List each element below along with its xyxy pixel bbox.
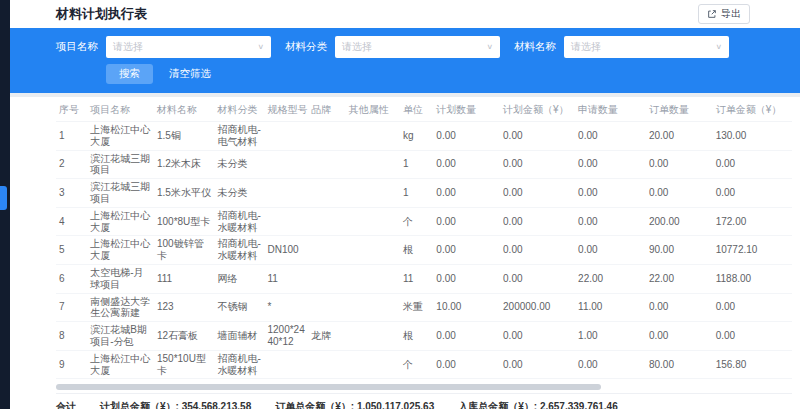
table-cell: 200000.00 — [500, 293, 575, 322]
table-cell: 80.00 — [646, 350, 713, 379]
table-card: 序号项目名称材料名称材料分类规格型号品牌其他属性单位计划数量计划金额（¥）申请数… — [10, 97, 800, 409]
table-cell: 未分类 — [214, 179, 264, 208]
main-area: 材料计划执行表 导出 项目名称 请选择 ∨ — [10, 0, 800, 409]
order-total-group: 订单总金额（¥）: 1,050,117,025.63 — [275, 400, 434, 409]
table-cell: 0.00 — [713, 293, 792, 322]
table-cell: 0.00 — [500, 236, 575, 265]
material-category-label: 材料分类 — [285, 40, 327, 54]
column-header: 材料分类 — [214, 99, 264, 122]
column-header: 申请数量 — [575, 99, 646, 122]
table-cell — [346, 122, 400, 151]
table-cell: 7 — [56, 293, 87, 322]
table-cell: 172.00 — [713, 207, 792, 236]
order-total-value: 1,050,117,025.63 — [357, 401, 434, 409]
table-cell: 5 — [56, 236, 87, 265]
export-button[interactable]: 导出 — [698, 4, 750, 24]
category-select[interactable]: 请选择 ∨ — [335, 36, 500, 58]
table-cell: 招商机电-水暖材料 — [214, 236, 264, 265]
table-cell: 0.00 — [433, 122, 500, 151]
table-cell: 个 — [400, 350, 433, 379]
project-select[interactable]: 请选择 ∨ — [106, 36, 271, 58]
table-cell — [346, 264, 400, 293]
material-select[interactable]: 请选择 ∨ — [564, 36, 729, 58]
inbound-total-group: 入库总金额（¥）: 2,657,339,761.46 — [458, 400, 618, 409]
app-window: 材料计划执行表 导出 项目名称 请选择 ∨ — [0, 0, 800, 409]
table-cell — [264, 150, 308, 179]
table-cell: 8 — [56, 322, 87, 351]
table-cell: 123 — [154, 293, 214, 322]
clear-filters-link[interactable]: 清空筛选 — [169, 67, 211, 81]
table-cell: 90.00 — [646, 236, 713, 265]
table-cell: 1.5米水平仪 — [154, 179, 214, 208]
column-header: 计划数量 — [433, 99, 500, 122]
table-cell: 0.00 — [713, 179, 792, 208]
project-name-label: 项目名称 — [56, 40, 98, 54]
totals-row: 合计 计划总金额（¥）: 354,568,213.58 订单总金额（¥）: 1,… — [56, 393, 792, 409]
table-cell: 100*8U型卡 — [154, 207, 214, 236]
table-cell: 招商机电-水暖材料 — [214, 350, 264, 379]
table-row: 8滨江花城B期项目-分包12石膏板墙面辅材1200*2440*12龙牌根0.00… — [56, 322, 792, 351]
table-cell: 0.00 — [646, 150, 713, 179]
table-cell — [308, 122, 346, 151]
chevron-down-icon: ∨ — [257, 43, 264, 51]
table-cell — [308, 179, 346, 208]
table-cell: 0.00 — [575, 179, 646, 208]
table-cell — [308, 236, 346, 265]
column-header: 其他属性 — [346, 99, 400, 122]
table-cell: 0.00 — [433, 179, 500, 208]
table-cell: 个 — [400, 207, 433, 236]
table-cell: 11 — [400, 264, 433, 293]
filter-row: 项目名称 请选择 ∨ 材料分类 请选择 ∨ 材料名称 请选 — [56, 36, 786, 58]
materials-table: 序号项目名称材料名称材料分类规格型号品牌其他属性单位计划数量计划金额（¥）申请数… — [56, 99, 792, 379]
table-cell: 0.00 — [500, 150, 575, 179]
table-cell — [308, 293, 346, 322]
table-cell: 0.00 — [500, 179, 575, 208]
table-cell: 0.00 — [646, 179, 713, 208]
horizontal-scrollbar-thumb[interactable] — [56, 384, 601, 390]
column-header: 计划金额（¥） — [500, 99, 575, 122]
table-cell: 9 — [56, 350, 87, 379]
category-select-placeholder: 请选择 — [342, 40, 372, 54]
export-icon — [707, 9, 717, 19]
material-select-placeholder: 请选择 — [571, 40, 601, 54]
table-cell: 根 — [400, 236, 433, 265]
sidebar-expand-handle[interactable] — [0, 186, 7, 210]
search-button[interactable]: 搜索 — [106, 64, 153, 84]
table-cell: 0.00 — [433, 322, 500, 351]
table-cell: 上海松江中心大厦 — [87, 122, 154, 151]
table-cell: 不锈钢 — [214, 293, 264, 322]
table-row: 3滨江花城三期项目1.5米水平仪未分类10.000.000.000.000.00 — [56, 179, 792, 208]
table-row: 4上海松江中心大厦100*8U型卡招商机电-水暖材料个0.000.000.002… — [56, 207, 792, 236]
table-cell: 未分类 — [214, 150, 264, 179]
table-cell: 0.00 — [575, 350, 646, 379]
table-cell: 0.00 — [500, 350, 575, 379]
inbound-total-label: 入库总金额（¥）: — [458, 401, 537, 409]
table-cell: 0.00 — [433, 207, 500, 236]
category-filter-group: 材料分类 请选择 ∨ — [285, 36, 500, 58]
table-cell: 网络 — [214, 264, 264, 293]
chevron-down-icon: ∨ — [486, 43, 493, 51]
table-cell: 0.00 — [433, 236, 500, 265]
table-cell: DN100 — [264, 236, 308, 265]
column-header: 项目名称 — [87, 99, 154, 122]
plan-total-value: 354,568,213.58 — [182, 401, 252, 409]
table-cell: kg — [400, 122, 433, 151]
column-header: 规格型号 — [264, 99, 308, 122]
table-cell: 11.00 — [575, 293, 646, 322]
table-row: 7南侧盛达大学生公寓新建123不锈钢*米重10.00200000.0011.00… — [56, 293, 792, 322]
table-row: 6太空电梯-月球项目111网络11110.000.0022.0022.00118… — [56, 264, 792, 293]
table-cell — [346, 322, 400, 351]
collapsed-sidebar — [0, 0, 10, 409]
table-cell: 2 — [56, 150, 87, 179]
table-cell: 0.00 — [646, 322, 713, 351]
project-filter-group: 项目名称 请选择 ∨ — [56, 36, 271, 58]
column-header: 订单数量 — [646, 99, 713, 122]
table-cell: 10.00 — [433, 293, 500, 322]
plan-total-group: 计划总金额（¥）: 354,568,213.58 — [100, 400, 251, 409]
table-cell: 太空电梯-月球项目 — [87, 264, 154, 293]
column-header: 序号 — [56, 99, 87, 122]
table-cell: 0.00 — [575, 236, 646, 265]
table-cell: 0.00 — [433, 150, 500, 179]
table-cell: 11 — [264, 264, 308, 293]
table-cell: 0.00 — [500, 122, 575, 151]
